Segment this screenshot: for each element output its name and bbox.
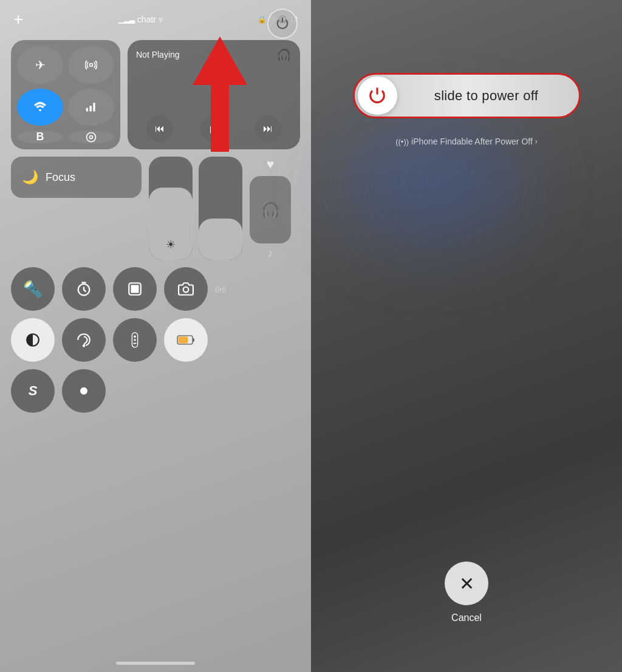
wifi-icon: ▿ — [159, 15, 163, 24]
cancel-button[interactable]: ✕ — [445, 562, 488, 605]
hearing-button[interactable] — [62, 318, 106, 362]
svg-point-14 — [134, 336, 136, 338]
findable-after-poweroff[interactable]: ((•)) iPhone Findable After Power Off › — [395, 137, 538, 146]
status-left: + — [13, 11, 23, 28]
dark-mode-button[interactable] — [11, 318, 55, 362]
power-button-circle[interactable] — [267, 8, 298, 39]
cancel-container: ✕ Cancel — [445, 562, 488, 623]
svg-point-2 — [90, 63, 93, 66]
status-bar: + ▁▂▃ chatr ▿ 🔒 @ 🎧 13 — [0, 0, 311, 33]
moon-icon: 🌙 — [22, 169, 38, 185]
icons-row-2 — [11, 318, 300, 362]
home-indicator — [116, 662, 195, 665]
connectivity-block: ✈ B — [11, 40, 120, 149]
sliders-section: ☀ — [149, 157, 242, 260]
svg-rect-5 — [90, 106, 92, 112]
add-widget-button[interactable]: + — [13, 11, 23, 28]
focus-label: Focus — [46, 171, 75, 184]
chevron-right-icon: › — [535, 137, 538, 146]
svg-rect-19 — [193, 338, 194, 342]
next-track-button[interactable]: ⏭ — [255, 115, 281, 142]
heart-icon: ♥ — [250, 157, 291, 172]
power-off-slider[interactable]: slide to power off — [353, 73, 581, 118]
cancel-label: Cancel — [451, 613, 482, 623]
not-playing-text: Not Playing — [136, 50, 180, 59]
battery-button[interactable] — [164, 318, 208, 362]
volume-slider[interactable] — [199, 157, 242, 260]
svg-point-7 — [87, 132, 96, 141]
play-button[interactable]: ▶ — [200, 115, 227, 142]
svg-point-3 — [39, 109, 41, 112]
record-button[interactable] — [62, 369, 106, 413]
svg-rect-20 — [179, 337, 188, 344]
bluetooth-button[interactable]: B — [17, 131, 63, 143]
svg-rect-17 — [133, 343, 137, 344]
music-controls: ⏮ ▶ ⏭ — [136, 115, 292, 142]
music-note-icon: ♪ — [250, 247, 291, 260]
left-panel: + ▁▂▃ chatr ▿ 🔒 @ 🎧 13 — [0, 0, 311, 672]
music-block: Not Playing 🎧 ⏮ ▶ ⏭ — [128, 40, 300, 149]
svg-point-11 — [183, 287, 189, 293]
icons-row-1: 🔦 ((•)) — [11, 267, 300, 311]
right-panel: slide to power off ((•)) iPhone Findable… — [311, 0, 622, 672]
timer-button[interactable] — [62, 267, 106, 311]
power-slider-thumb — [358, 76, 397, 115]
brightness-slider[interactable]: ☀ — [149, 157, 193, 260]
top-row: ✈ B Not Playing 🎧 — [11, 40, 300, 149]
airpods-widget[interactable]: 🎧 — [250, 176, 291, 243]
airdrop-button[interactable] — [68, 46, 114, 84]
svg-rect-4 — [86, 108, 88, 112]
music-header: Not Playing 🎧 — [136, 47, 292, 62]
calculator-button[interactable] — [113, 267, 157, 311]
power-slider-label: slide to power off — [397, 88, 576, 104]
airplane-mode-button[interactable]: ✈ — [17, 46, 63, 84]
second-row: 🌙 Focus ☀ ♥ 🎧 ♪ — [11, 157, 300, 260]
findable-label: iPhone Findable After Power Off — [411, 137, 533, 146]
flashlight-button[interactable]: 🔦 — [11, 267, 55, 311]
camera-button[interactable] — [164, 267, 208, 311]
cellular-button[interactable] — [68, 89, 114, 126]
prev-track-button[interactable]: ⏮ — [146, 115, 173, 142]
svg-rect-6 — [93, 103, 95, 112]
carrier-info: ▁▂▃ chatr ▿ — [118, 15, 163, 24]
icons-row-3: S — [11, 369, 300, 413]
svg-point-12 — [83, 345, 84, 347]
focus-button[interactable]: 🌙 Focus — [11, 157, 142, 198]
svg-point-21 — [80, 387, 87, 395]
control-grid: ✈ B Not Playing 🎧 — [0, 33, 311, 654]
brightness-icon: ☀ — [166, 238, 176, 251]
airpods-icon: 🎧 — [276, 47, 292, 62]
signal-bars: ▁▂▃ — [118, 15, 135, 24]
home-bar — [0, 654, 311, 672]
focus2-button[interactable] — [68, 131, 114, 143]
wifi-toggle-button[interactable] — [17, 89, 63, 126]
remote-button[interactable] — [113, 318, 157, 362]
shazam-button[interactable]: S — [11, 369, 55, 413]
extras-section: ♥ 🎧 ♪ — [250, 157, 291, 260]
wireless-findme-icon: ((•)) — [215, 285, 227, 293]
carrier-name: chatr — [137, 15, 156, 24]
svg-point-8 — [90, 135, 93, 138]
findable-icon: ((•)) — [395, 137, 409, 146]
